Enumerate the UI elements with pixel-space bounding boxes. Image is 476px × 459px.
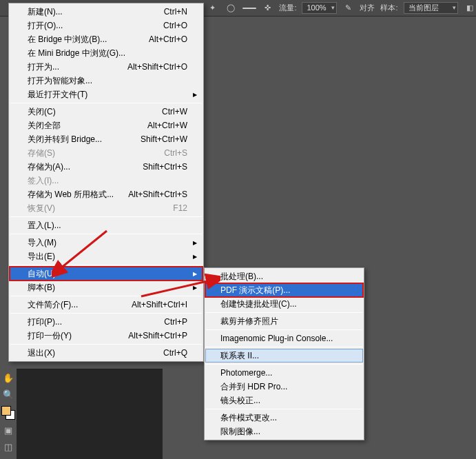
menu-label: 最近打开文件(T): [28, 89, 87, 101]
flow-combo[interactable]: 100%: [302, 2, 336, 14]
quickmask-icon[interactable]: ▣: [1, 424, 15, 436]
menu-print[interactable]: 打印(P)... Ctrl+P: [10, 315, 203, 329]
menu-checkin: 签入(I)...: [10, 174, 203, 187]
menu-label: 联系表 II...: [220, 350, 259, 362]
menu-shortcut: Alt+Shift+Ctrl+S: [128, 190, 187, 199]
hand-tool-icon[interactable]: ✋: [1, 371, 15, 384]
menu-label: 关闭并转到 Bridge...: [28, 134, 102, 145]
menu-revert: 恢复(V) F12: [10, 201, 203, 215]
screenmode-icon[interactable]: ◫: [1, 440, 15, 453]
submenu-photomerge[interactable]: Photomerge...: [205, 366, 363, 380]
menu-save-web[interactable]: 存储为 Web 所用格式... Alt+Shift+Ctrl+S: [10, 187, 203, 201]
submenu-contact-sheet[interactable]: 联系表 II...: [205, 349, 363, 363]
menu-label: 签入(I)...: [28, 175, 59, 187]
clone-icon[interactable]: ✜: [262, 2, 274, 14]
menu-label: 合并到 HDR Pro...: [220, 381, 287, 393]
menu-label: 打印一份(Y): [28, 330, 72, 342]
menu-separator: [10, 216, 202, 217]
menu-label: 打印(P)...: [28, 316, 62, 328]
menu-shortcut: Ctrl+S: [164, 148, 187, 158]
menu-file-info[interactable]: 文件简介(F)... Alt+Shift+Ctrl+I: [10, 298, 203, 312]
menu-shortcut: Ctrl+W: [162, 107, 187, 116]
menu-export[interactable]: 导出(E): [10, 249, 203, 263]
menu-label: 在 Mini Bridge 中浏览(G)...: [28, 48, 125, 59]
menu-open-as[interactable]: 打开为... Alt+Shift+Ctrl+O: [10, 60, 203, 74]
menu-label: Imagenomic Plug-in Console...: [220, 334, 333, 343]
menu-label: 文件简介(F)...: [28, 299, 78, 311]
menu-scripts[interactable]: 脚本(B): [10, 280, 203, 294]
submenu-quick-batch[interactable]: 创建快捷批处理(C)...: [205, 297, 363, 311]
menu-separator: [10, 344, 202, 345]
menu-close-all[interactable]: 关闭全部 Alt+Ctrl+W: [10, 119, 203, 132]
menu-label: 批处理(B)...: [220, 271, 263, 283]
menu-exit[interactable]: 退出(X) Ctrl+Q: [10, 346, 203, 360]
menu-label: 镜头校正...: [220, 395, 260, 407]
menu-separator: [206, 312, 362, 313]
menu-separator: [10, 296, 202, 296]
menu-close-bridge[interactable]: 关闭并转到 Bridge... Shift+Ctrl+W: [10, 132, 203, 146]
menu-separator: [206, 364, 362, 365]
zoom-tool-icon[interactable]: 🔍: [1, 388, 15, 400]
color-swatches[interactable]: [1, 406, 15, 420]
menu-label: 裁剪并修齐照片: [220, 316, 278, 327]
menu-shortcut: Shift+Ctrl+S: [143, 162, 187, 172]
menu-label: 新建(N)...: [28, 6, 63, 18]
submenu-cond-mode[interactable]: 条件模式更改...: [205, 411, 363, 425]
menu-label: 打开(O)...: [28, 20, 63, 32]
menu-label: Photomerge...: [220, 368, 272, 378]
align-label: 对齐: [360, 3, 375, 13]
menu-import[interactable]: 导入(M): [10, 236, 203, 249]
menu-shortcut: Ctrl+O: [163, 21, 187, 30]
menu-label: 关闭(C): [28, 106, 56, 118]
menu-close[interactable]: 关闭(C) Ctrl+W: [10, 105, 203, 119]
menu-label: 存储为(A)...: [28, 161, 70, 173]
menu-save: 存储(S) Ctrl+S: [10, 146, 203, 160]
menu-separator: [206, 329, 362, 330]
menu-label: 存储为 Web 所用格式...: [28, 189, 114, 201]
menu-open[interactable]: 打开(O)... Ctrl+O: [10, 19, 203, 32]
spot-heal-icon[interactable]: ✦: [207, 2, 219, 14]
menu-print-one[interactable]: 打印一份(Y) Alt+Shift+Ctrl+P: [10, 329, 203, 343]
airbrush-icon[interactable]: ✎: [342, 2, 355, 14]
menu-shortcut: Alt+Ctrl+O: [149, 34, 187, 44]
menu-label: 限制图像...: [220, 426, 260, 438]
submenu-pdf-presentation[interactable]: PDF 演示文稿(P)...: [205, 283, 363, 297]
submenu-batch[interactable]: 批处理(B)...: [205, 269, 363, 283]
menu-shortcut: Alt+Shift+Ctrl+I: [132, 300, 187, 309]
menu-open-smart[interactable]: 打开为智能对象...: [10, 74, 203, 88]
menu-label: 创建快捷批处理(C)...: [220, 298, 297, 310]
menu-separator: [206, 409, 362, 409]
submenu-crop-straighten[interactable]: 裁剪并修齐照片: [205, 314, 363, 328]
menu-label: 退出(X): [28, 347, 55, 359]
submenu-imagenomic[interactable]: Imagenomic Plug-in Console...: [205, 332, 363, 345]
menu-recent[interactable]: 最近打开文件(T): [10, 88, 203, 101]
submenu-merge-hdr[interactable]: 合并到 HDR Pro...: [205, 380, 363, 394]
menu-label: 在 Bridge 中浏览(B)...: [28, 34, 107, 45]
menu-save-as[interactable]: 存储为(A)... Shift+Ctrl+S: [10, 160, 203, 174]
menu-shortcut: Alt+Shift+Ctrl+O: [127, 62, 187, 72]
fg-swatch[interactable]: [1, 406, 11, 416]
submenu-fit-image[interactable]: 限制图像...: [205, 425, 363, 438]
tool-extra-icon[interactable]: ◧: [464, 2, 476, 14]
menu-label: 自动(U): [28, 268, 56, 280]
menu-shortcut: Ctrl+P: [164, 317, 187, 327]
brush-mode-icon[interactable]: ◯: [225, 2, 237, 14]
menu-label: 置入(L)...: [28, 220, 61, 232]
menu-label: 导出(E): [28, 251, 55, 263]
divider: [242, 8, 256, 9]
menu-shortcut: Alt+Shift+Ctrl+P: [128, 331, 187, 340]
menu-browse-bridge[interactable]: 在 Bridge 中浏览(B)... Alt+Ctrl+O: [10, 32, 203, 46]
menu-automate[interactable]: 自动(U): [10, 267, 203, 280]
menu-place[interactable]: 置入(L)...: [10, 218, 203, 232]
menu-label: PDF 演示文稿(P)...: [220, 285, 290, 296]
menu-label: 关闭全部: [28, 120, 61, 132]
sample-combo[interactable]: 当前图层: [404, 2, 459, 14]
menu-new[interactable]: 新建(N)... Ctrl+N: [10, 5, 203, 19]
menu-separator: [10, 234, 202, 234]
file-menu: 新建(N)... Ctrl+N 打开(O)... Ctrl+O 在 Bridge…: [8, 3, 204, 362]
menu-browse-minibridge[interactable]: 在 Mini Bridge 中浏览(G)...: [10, 46, 203, 60]
submenu-lens-correction[interactable]: 镜头校正...: [205, 394, 363, 407]
menu-label: 恢复(V): [28, 203, 55, 214]
menu-shortcut: Ctrl+N: [164, 7, 187, 17]
automate-submenu: 批处理(B)... PDF 演示文稿(P)... 创建快捷批处理(C)... 裁…: [204, 267, 364, 440]
